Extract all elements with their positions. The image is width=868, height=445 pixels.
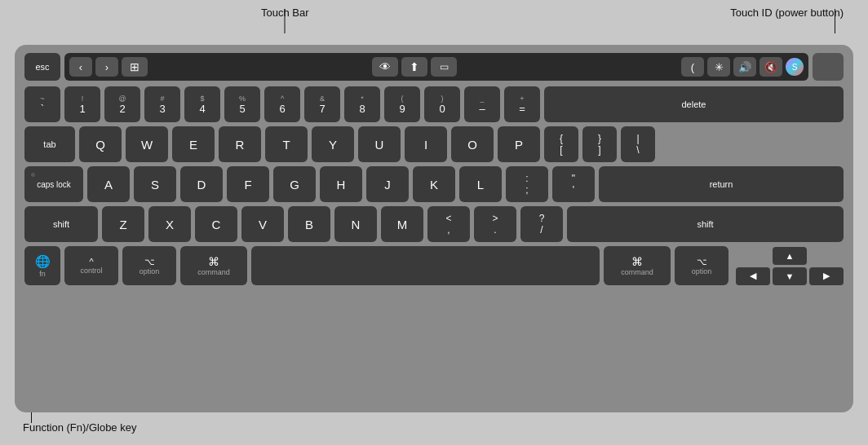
minus-key[interactable]: _ – [464, 86, 500, 122]
tb-paren-button[interactable]: ( [681, 57, 704, 77]
r-key[interactable]: R [219, 126, 261, 162]
option-left-key[interactable]: ⌥ option [122, 246, 176, 285]
number-row: ~ ` ! 1 @ 2 # 3 $ 4 % 5 ^ 6 & 7 [24, 86, 844, 122]
1-key[interactable]: ! 1 [64, 86, 100, 122]
arrow-lr-row: ◀ ▼ ▶ [736, 267, 844, 285]
m-key[interactable]: M [381, 206, 423, 242]
semicolon-key[interactable]: : ; [506, 166, 548, 202]
command-left-key[interactable]: ⌘ command [180, 246, 247, 285]
p-key[interactable]: P [498, 126, 540, 162]
return-key[interactable]: return [599, 166, 844, 202]
touch-bar-annotation: Touch Bar [261, 7, 309, 19]
equals-key[interactable]: + = [504, 86, 540, 122]
bracket-close-key[interactable]: } ] [582, 126, 617, 162]
fn-annotation: Function (Fn)/Globe key [23, 421, 136, 434]
spacebar-key[interactable] [251, 246, 600, 285]
i-key[interactable]: I [405, 126, 447, 162]
caps-lock-key[interactable]: caps lock [24, 166, 83, 202]
8-key[interactable]: * 8 [344, 86, 380, 122]
a-key[interactable]: A [87, 166, 130, 202]
shift-right-key[interactable]: shift [567, 206, 844, 242]
slash-key[interactable]: ? / [520, 206, 563, 242]
tab-row: tab Q W E R T Y U I O P { [ } ] | \ [24, 126, 844, 162]
tb-eye-button[interactable]: 👁 [372, 57, 398, 77]
arrow-right-key[interactable]: ▶ [809, 267, 844, 285]
h-key[interactable]: H [320, 166, 362, 202]
x-key[interactable]: X [148, 206, 191, 242]
f-key[interactable]: F [227, 166, 269, 202]
q-key[interactable]: Q [79, 126, 122, 162]
delete-key[interactable]: delete [544, 86, 844, 122]
b-key[interactable]: B [288, 206, 330, 242]
tb-brightness-button[interactable]: ✳ [707, 57, 730, 77]
arrow-up-key[interactable]: ▲ [773, 247, 807, 265]
y-key[interactable]: Y [312, 126, 354, 162]
shift-left-key[interactable]: shift [24, 206, 98, 242]
u-key[interactable]: U [358, 126, 401, 162]
control-key[interactable]: ^ control [64, 246, 118, 285]
4-key[interactable]: $ 4 [184, 86, 220, 122]
tb-volume-button[interactable]: 🔊 [733, 57, 756, 77]
touch-id-key[interactable] [813, 53, 844, 81]
touch-bar-strip: ‹ › ⊞ 👁 ⬆ ▭ ( ✳ 🔊 🔇 S [64, 53, 808, 81]
g-key[interactable]: G [273, 166, 316, 202]
tb-siri-button[interactable]: S [786, 58, 804, 76]
l-key[interactable]: L [459, 166, 502, 202]
5-key[interactable]: % 5 [224, 86, 260, 122]
9-key[interactable]: ( 9 [384, 86, 420, 122]
caps-row: caps lock A S D F G H J K L : ; " ' retu… [24, 166, 844, 202]
tab-key[interactable]: tab [24, 126, 75, 162]
quote-key[interactable]: " ' [552, 166, 595, 202]
w-key[interactable]: W [126, 126, 168, 162]
backtick-key[interactable]: ~ ` [24, 86, 60, 122]
z-key[interactable]: Z [102, 206, 144, 242]
j-key[interactable]: J [366, 166, 409, 202]
touch-bar-row: esc ‹ › ⊞ 👁 ⬆ ▭ ( ✳ 🔊 🔇 S [24, 53, 844, 81]
7-key[interactable]: & 7 [304, 86, 340, 122]
e-key[interactable]: E [172, 126, 215, 162]
t-key[interactable]: T [265, 126, 308, 162]
v-key[interactable]: V [241, 206, 284, 242]
3-key[interactable]: # 3 [144, 86, 180, 122]
s-key[interactable]: S [134, 166, 176, 202]
2-key[interactable]: @ 2 [104, 86, 140, 122]
tb-grid-button[interactable]: ⊞ [122, 57, 148, 77]
esc-key[interactable]: esc [24, 53, 60, 81]
keyboard-body: esc ‹ › ⊞ 👁 ⬆ ▭ ( ✳ 🔊 🔇 S ~ ` ! 1 [15, 45, 853, 412]
arrow-left-key[interactable]: ◀ [736, 267, 770, 285]
backslash-key[interactable]: | \ [621, 126, 655, 162]
option-right-key[interactable]: ⌥ option [675, 246, 728, 285]
bottom-row: 🌐 fn ^ control ⌥ option ⌘ command ⌘ comm… [24, 246, 844, 285]
tb-back-button[interactable]: ‹ [69, 57, 92, 77]
tb-forward-button[interactable]: › [95, 57, 118, 77]
bracket-open-key[interactable]: { [ [544, 126, 578, 162]
n-key[interactable]: N [334, 206, 377, 242]
0-key[interactable]: ) 0 [424, 86, 460, 122]
shift-row: shift Z X C V B N M < , > . ? / shift [24, 206, 844, 242]
command-right-key[interactable]: ⌘ command [604, 246, 671, 285]
tb-share-button[interactable]: ⬆ [401, 57, 427, 77]
tb-overlay-button[interactable]: ▭ [431, 57, 457, 77]
comma-key[interactable]: < , [427, 206, 470, 242]
6-key[interactable]: ^ 6 [264, 86, 300, 122]
arrow-cluster: ▲ ◀ ▼ ▶ [736, 247, 844, 285]
c-key[interactable]: C [195, 206, 237, 242]
o-key[interactable]: O [451, 126, 494, 162]
arrow-down-key[interactable]: ▼ [773, 267, 807, 285]
period-key[interactable]: > . [474, 206, 516, 242]
d-key[interactable]: D [180, 166, 223, 202]
fn-globe-key[interactable]: 🌐 fn [24, 246, 60, 285]
tb-mute-button[interactable]: 🔇 [760, 57, 782, 77]
touch-id-annotation: Touch ID (power button) [730, 7, 844, 19]
k-key[interactable]: K [413, 166, 455, 202]
